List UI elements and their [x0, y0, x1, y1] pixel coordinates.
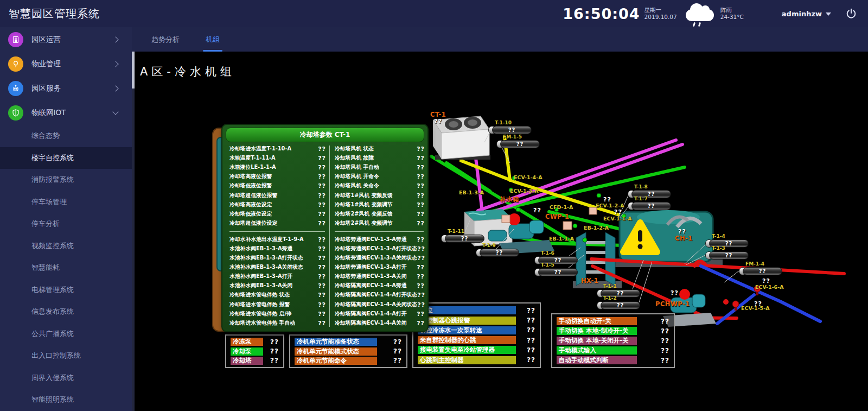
sidebar-subitem-8[interactable]: 信息发布系统: [0, 301, 132, 323]
weather-icon: [685, 3, 716, 24]
param-value: ??: [417, 182, 425, 189]
sidebar-subitem-3[interactable]: 停车场管理: [0, 191, 132, 213]
sidebar-subitem-2[interactable]: 消防报警系统: [0, 169, 132, 191]
param-row: 冷却塔隔离阀ECV-1-4-A关闭??: [335, 319, 425, 328]
sidebar-subitem-1[interactable]: 楼宇自控系统: [0, 147, 132, 169]
scrollbar-thumb[interactable]: [132, 52, 135, 88]
gauge-tag: T-1-2: [603, 295, 617, 301]
status-value: ??: [393, 347, 402, 355]
sidebar-subitem-7[interactable]: 电梯管理系统: [0, 279, 132, 301]
equipment-label-ECV-1-6-A: ECV-1-6-A: [755, 284, 784, 290]
gauge-tag: T-1-3: [712, 245, 725, 251]
equipment-label-EB-1-2-A: EB-1-2-A: [584, 225, 609, 231]
date-block: 星期一 2019.10.07: [644, 7, 677, 21]
status-value: ??: [270, 347, 279, 355]
weather-temp: 24-31°C: [720, 14, 744, 21]
section-divider: [229, 231, 325, 232]
status-row: 冷冻泵??: [231, 338, 279, 346]
param-row: 水池补水阀EB-1-3-A打开??: [229, 272, 326, 281]
param-row: 水箱温度T-1-11-A??: [229, 154, 326, 163]
param-value: ??: [417, 146, 425, 153]
sidebar-subitem-9[interactable]: 公共广播系统: [0, 323, 132, 345]
status-value: ??: [527, 337, 535, 344]
param-value: ??: [417, 192, 425, 199]
equipment-label-CH-1: CH-1: [675, 235, 693, 242]
param-row: 冷却塔风机 手自动??: [335, 163, 425, 172]
param-row: 冷却塔进水管电伴热 启/停??: [229, 309, 326, 319]
equipment-value: ??: [678, 228, 686, 235]
status-row: 心跳到主控制器??: [418, 356, 535, 364]
tab-1[interactable]: 机组: [205, 33, 221, 47]
param-value: ??: [318, 255, 326, 262]
sidebar-item-1[interactable]: 物业管理: [0, 52, 132, 76]
sidebar-subitem-6[interactable]: 智慧能耗: [0, 257, 132, 279]
status-label: 自动手动模式判断: [557, 356, 637, 364]
param-label: 冷却塔旁通阀ECV-1-3-A关闭: [335, 273, 407, 280]
param-row: 冷却塔高液位设定??: [229, 200, 326, 210]
param-value: ??: [318, 301, 326, 308]
sidebar-subitem-4[interactable]: 停车分析: [0, 213, 132, 235]
gauge-tag: T-1-8: [634, 184, 648, 189]
gauge-value: ??: [601, 301, 640, 309]
gauge-value: ??: [492, 126, 532, 134]
user-menu[interactable]: adminhzw: [782, 10, 831, 18]
gauge-value: ??: [709, 251, 749, 260]
status-value: ??: [393, 338, 402, 346]
tab-0[interactable]: 趋势分析: [150, 33, 181, 47]
param-panel-title: 冷却塔参数 CT-1: [226, 128, 424, 142]
sidebar-subitem-12[interactable]: 智能照明系统: [0, 389, 132, 411]
status-value: ??: [527, 317, 535, 324]
param-label: 冷却塔旁通阀ECV-1-3-A旁通: [335, 236, 407, 243]
gauge-T-1-9: T-1-9??: [476, 249, 519, 257]
logout-button[interactable]: [845, 8, 857, 20]
param-row: 冷却塔2#风机 变频调节??: [335, 219, 425, 228]
param-label: 冷却塔进水管电伴热 手自动: [229, 320, 295, 327]
param-label: 水池补水阀EB-1-3-A打开: [229, 273, 292, 280]
gauge-T-1-5: T-1-5??: [534, 268, 578, 276]
sidebar-subitem-5[interactable]: 视频监控系统: [0, 235, 132, 257]
param-label: 冷却塔进水温度T-1-10-A: [229, 146, 291, 153]
param-label: 冷却塔风机 故障: [335, 155, 374, 162]
param-value: ??: [318, 173, 326, 180]
param-row: 冷却塔进水管电伴热 状态??: [229, 290, 326, 300]
status-row: 群控冷冻水一次泵转速??: [418, 326, 535, 334]
param-label: 冷却塔2#风机 变频调节: [335, 220, 393, 227]
sidebar-item-3[interactable]: 物联网IOT: [0, 100, 132, 125]
param-row: 冷却塔进水温度T-1-10-A??: [229, 144, 326, 154]
gauge-tag: T-1-6: [541, 250, 554, 256]
param-label: 冷却塔超低液位报警: [229, 192, 277, 199]
param-value: ??: [318, 236, 326, 243]
sidebar-item-2[interactable]: 园区服务: [0, 76, 132, 100]
equipment-value: ??: [533, 207, 541, 214]
status-value: ??: [661, 318, 669, 325]
equipment-label-ECV-1-3-A: ECV-1-3-A: [510, 188, 539, 194]
status-value: ??: [527, 326, 535, 334]
status-value: ??: [270, 357, 279, 364]
chevron-right-icon: [112, 85, 118, 91]
chevron-down-icon: [826, 12, 831, 16]
equipment-label-EB-1-1-A: EB-1-1-A: [549, 236, 574, 242]
status-label: 冷机单元节能模式状态: [295, 347, 377, 356]
param-value: ??: [417, 220, 425, 227]
status-value: ??: [393, 357, 402, 364]
param-value: ??: [417, 255, 425, 262]
sidebar-subitem-0[interactable]: 综合态势: [0, 125, 132, 147]
param-label: 冷却塔高液位设定: [229, 201, 272, 208]
status-row: 接电装置失电至冷站管理器??: [418, 346, 535, 354]
param-label: 冷却塔隔离阀ECV-1-4-A打开状态: [335, 292, 417, 299]
param-value: ??: [417, 311, 425, 318]
gauge-tag: T-1-4: [712, 233, 725, 239]
status-row: 手动模式输入??: [557, 346, 669, 355]
sidebar-subitem-10[interactable]: 出入口控制系统: [0, 345, 132, 367]
param-row: 冷却塔高液位报警??: [229, 172, 326, 181]
sidebar-subitem-11[interactable]: 周界入侵系统: [0, 367, 132, 389]
param-label: 冷却塔隔离阀ECV-1-4-A关闭状态: [335, 301, 417, 308]
param-row: 冷却水补水池出水温度T-1-9-A??: [229, 235, 326, 244]
equipment-label-PCHWP-1: PCHWP-1: [655, 300, 690, 308]
panel-divider: [329, 146, 330, 327]
status-label: 手动切换自动开-关: [557, 317, 637, 325]
gauge-T-1-10: T-1-10??: [488, 126, 532, 134]
param-label: 冷却塔进水管电伴热 报警: [229, 301, 290, 308]
sidebar-item-0[interactable]: 园区运营: [0, 27, 132, 52]
gauge-tag: T-1-5: [541, 262, 554, 268]
